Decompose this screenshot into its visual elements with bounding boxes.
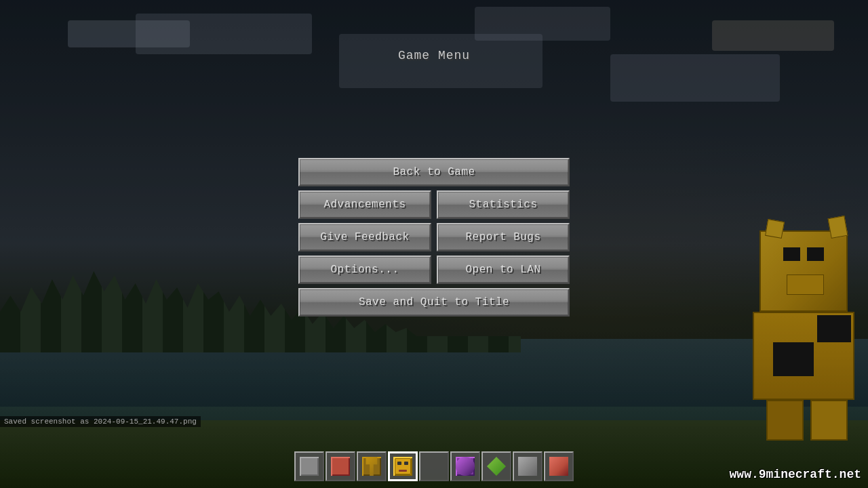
options-button[interactable]: Options... (298, 256, 431, 284)
advancements-button[interactable]: Advancements (298, 190, 431, 219)
watermark-suffix: .net (832, 468, 861, 481)
menu-container: Game Menu Back to Game Advancements Stat… (0, 0, 868, 488)
slot-icon-4 (393, 457, 412, 476)
game-menu-title: Game Menu (398, 49, 470, 62)
save-and-quit-button[interactable]: Save and Quit to Title (298, 288, 570, 317)
hotbar-slot-5 (419, 451, 449, 481)
hotbar-slot-9 (544, 451, 574, 481)
slot-icon-8 (518, 457, 537, 476)
slot-icon-1 (300, 457, 319, 476)
slot-icon-2 (331, 457, 350, 476)
hotbar-slot-8 (513, 451, 542, 481)
back-to-game-button[interactable]: Back to Game (298, 158, 570, 186)
slot-icon-6 (456, 457, 475, 476)
screenshot-notice: Saved screenshot as 2024-09-15_21.49.47.… (0, 416, 201, 427)
statistics-button[interactable]: Statistics (437, 190, 570, 219)
report-bugs-button[interactable]: Report Bugs (437, 223, 570, 251)
hotbar-slot-2 (326, 451, 355, 481)
hotbar-slot-7 (481, 451, 511, 481)
hotbar (294, 451, 574, 481)
slot-icon-3 (362, 457, 381, 476)
watermark-prefix: www. (730, 468, 759, 481)
slot-icon-9 (549, 457, 568, 476)
slot-icon-5 (425, 457, 443, 476)
slot-icon-7 (487, 457, 506, 476)
open-to-lan-button[interactable]: Open to LAN (437, 256, 570, 284)
row-advancements-statistics: Advancements Statistics (298, 190, 570, 219)
hotbar-slot-4 (388, 451, 418, 481)
watermark-brand: 9minecraft (759, 468, 832, 481)
hotbar-slot-3 (357, 451, 387, 481)
buttons-wrapper: Back to Game Advancements Statistics Giv… (298, 158, 570, 317)
hotbar-slot-6 (450, 451, 480, 481)
watermark: www.9minecraft.net (730, 468, 861, 481)
hotbar-slot-1 (294, 451, 324, 481)
give-feedback-button[interactable]: Give Feedback (298, 223, 431, 251)
row-options-lan: Options... Open to LAN (298, 256, 570, 284)
row-feedback-bugs: Give Feedback Report Bugs (298, 223, 570, 251)
